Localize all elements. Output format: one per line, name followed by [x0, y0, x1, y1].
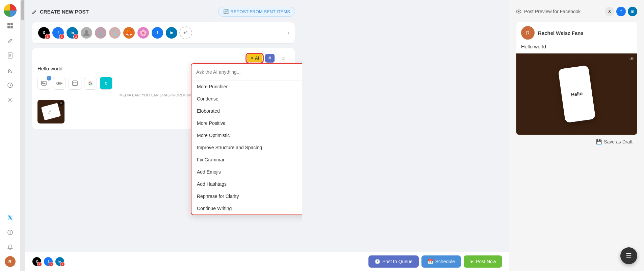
post-to-queue-btn[interactable]: 🕐 Post to Queue — [368, 255, 419, 268]
emoji-button[interactable]: ☺ — [277, 53, 289, 63]
fab-icon: ☰ — [626, 252, 632, 260]
sidebar-item-grid[interactable] — [4, 20, 16, 32]
eye-icon — [516, 9, 521, 14]
post-composer: ✦ AI # ☺ Hello world 1 GIF — [32, 48, 295, 129]
acc-x[interactable]: X 1 — [37, 26, 50, 39]
ai-option-rephrase[interactable]: Rephrase for Clarity — [191, 190, 302, 202]
sidebar-item-feed[interactable] — [4, 64, 16, 76]
repost-button[interactable]: 🔄 REPOST FROM SENT ITEMS — [218, 7, 295, 17]
ai-option-optimistic[interactable]: More Optimistic — [191, 129, 302, 141]
bottom-acc-li-badge: 2 — [60, 262, 65, 267]
action-buttons: 🕐 Post to Queue 📅 Schedule ➤ Post Now — [368, 255, 502, 268]
preview-post-text: Hello world — [516, 44, 637, 53]
ai-option-punchier[interactable]: More Punchier — [191, 81, 302, 93]
acc-user1[interactable] — [80, 26, 93, 39]
preview-li-icon[interactable]: in — [628, 7, 637, 16]
ai-option-grammar[interactable]: Fix Grammar — [191, 154, 302, 166]
acc-fb[interactable]: f 3 — [52, 26, 65, 39]
sidebar-item-twitter[interactable] — [4, 211, 16, 224]
acc-user2[interactable] — [94, 26, 107, 39]
save-draft-button[interactable]: 💾 Save as Draft — [516, 135, 637, 149]
acc-li[interactable]: in 2 — [66, 26, 79, 39]
media-preview-inner — [41, 103, 61, 120]
fab-button[interactable]: ☰ — [620, 247, 637, 264]
acc-li2[interactable]: in — [165, 26, 178, 39]
emoji-icon: ☺ — [281, 55, 286, 61]
ai-button-label: AI — [255, 56, 259, 61]
bottom-acc-li[interactable]: in 2 — [55, 256, 65, 267]
svg-point-10 — [99, 30, 102, 33]
ai-dropdown: ↵ More Punchier Condense Eloborated More… — [191, 63, 302, 215]
hashtag-button[interactable]: # — [265, 54, 275, 63]
preview-image-eye-icon: 👁 — [629, 56, 634, 62]
panel-title: CREATE NEW POST — [32, 9, 89, 15]
preview-card-header: R Rachel Weisz Fans — [516, 22, 637, 44]
acc-more[interactable]: +1 — [179, 26, 192, 39]
sidebar-item-document[interactable] — [4, 49, 16, 62]
bottom-acc-fb[interactable]: f 3 — [43, 256, 53, 267]
bottom-bar: X 1 f 3 in 2 🕐 Post to Queue 📅 Schedule — [25, 252, 509, 271]
sidebar-bottom: R — [4, 211, 16, 267]
preview-avatar: R — [521, 26, 535, 40]
svg-point-11 — [113, 30, 117, 33]
scroll-thumb[interactable] — [21, 0, 24, 20]
svg-rect-3 — [10, 26, 13, 28]
composer-toolbar: ✦ AI # ☺ — [37, 53, 289, 63]
preview-fb-icon[interactable]: f — [616, 7, 626, 16]
ai-option-positive[interactable]: More Positive — [191, 117, 302, 129]
scrollbar[interactable] — [20, 0, 25, 271]
acc-pink[interactable]: 🌸 — [137, 26, 150, 39]
acc-fb-badge: 3 — [59, 34, 65, 39]
preview-header: Post Preview for Facebook X f in — [516, 7, 637, 16]
ai-option-emojis[interactable]: Add Emojis — [191, 166, 302, 178]
post-now-btn[interactable]: ➤ Post Now — [464, 255, 502, 268]
svg-rect-14 — [73, 81, 77, 86]
ai-option-hashtags[interactable]: Add Hashtags — [191, 178, 302, 190]
sidebar-item-bell[interactable] — [4, 241, 16, 253]
queue-label: Post to Queue — [382, 259, 413, 264]
ai-option-structure[interactable]: Improve Structure and Spacing — [191, 141, 302, 154]
sidebar-item-clock[interactable] — [4, 79, 16, 91]
bottom-acc-x[interactable]: X 1 — [32, 256, 42, 267]
image-upload-btn[interactable]: 1 — [37, 77, 50, 90]
post-now-icon: ➤ — [470, 259, 474, 264]
ai-option-continue[interactable]: Continue Writing — [191, 202, 302, 214]
preview-image: Hello 👁 — [516, 53, 637, 135]
accounts-chevron[interactable]: › — [287, 29, 289, 37]
save-draft-label: Save as Draft — [604, 139, 633, 144]
schedule-btn[interactable]: 📅 Schedule — [421, 255, 461, 268]
edit-title-icon — [32, 9, 37, 15]
svg-rect-2 — [7, 26, 10, 28]
preview-label: Post Preview for Facebook — [524, 9, 581, 14]
ai-input[interactable] — [196, 69, 302, 75]
preview-card: R Rachel Weisz Fans Hello world Hello 👁 — [516, 22, 637, 135]
preview-x-icon[interactable]: X — [605, 7, 614, 16]
template-btn[interactable] — [69, 77, 81, 90]
save-draft-icon: 💾 — [596, 139, 602, 144]
sidebar-item-settings[interactable] — [4, 94, 16, 106]
media-remove-btn[interactable]: × — [58, 100, 64, 106]
sidebar-item-edit[interactable] — [4, 35, 16, 47]
google-btn[interactable] — [84, 77, 97, 90]
acc-fb2[interactable]: f — [151, 26, 164, 39]
repost-icon: 🔄 — [223, 9, 229, 14]
svg-point-7 — [9, 99, 11, 101]
acc-fox[interactable]: 🦊 — [123, 26, 135, 39]
ai-input-row: ↵ — [191, 64, 302, 81]
acc-user3[interactable] — [108, 26, 121, 39]
svg-rect-12 — [42, 81, 46, 85]
create-post-panel: CREATE NEW POST 🔄 REPOST FROM SENT ITEMS… — [25, 0, 302, 252]
sidebar-item-info[interactable] — [4, 226, 16, 239]
app-logo[interactable] — [4, 4, 17, 17]
ai-option-condense[interactable]: Condense — [191, 93, 302, 105]
gif-btn[interactable]: GIF — [53, 77, 66, 90]
preview-username: Rachel Weisz Fans — [538, 30, 584, 36]
bottom-acc-x-badge: 1 — [37, 262, 42, 267]
ai-button[interactable]: ✦ AI — [247, 54, 262, 62]
preview-social-icons: X f in — [605, 7, 637, 16]
ai-option-elaborated[interactable]: Eloborated — [191, 105, 302, 117]
acc-x-badge: 1 — [45, 34, 50, 39]
preview-panel: Post Preview for Facebook X f in R Rache… — [509, 0, 644, 271]
canva-btn[interactable]: C — [100, 77, 112, 90]
user-avatar[interactable]: R — [5, 256, 16, 267]
